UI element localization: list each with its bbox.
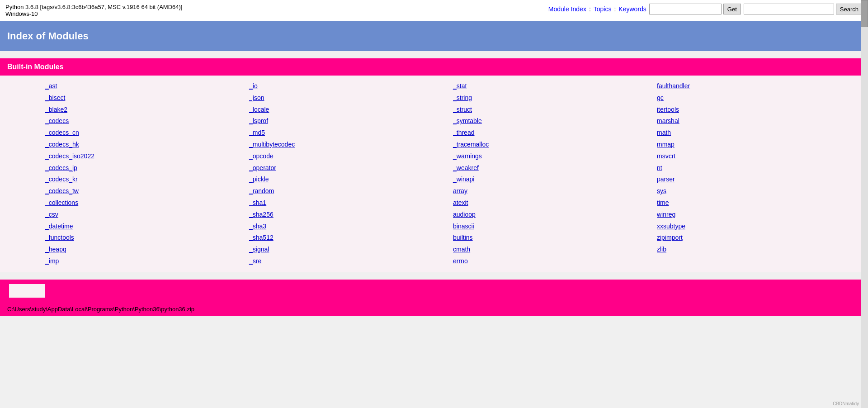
module-link[interactable]: _functools: [45, 232, 249, 243]
module-link[interactable]: audioop: [453, 209, 657, 220]
module-link[interactable]: mmap: [657, 139, 861, 150]
footer-path: C:\Users\study\AppData\Local\Programs\Py…: [0, 302, 868, 316]
module-link[interactable]: _ast: [45, 81, 249, 92]
module-link[interactable]: array: [453, 186, 657, 197]
scrollbar[interactable]: [861, 0, 868, 316]
version-line1: Python 3.6.8 [tags/v3.6.8:3c6b436a57, MS…: [5, 4, 182, 10]
version-line2: Windows-10: [5, 10, 182, 17]
index-header-section: Index of Modules: [0, 21, 868, 51]
module-link[interactable]: _pickle: [249, 174, 453, 185]
module-col-1: _ast_bisect_blake2_codecs_codecs_cn_code…: [45, 81, 249, 267]
module-link[interactable]: _warnings: [453, 151, 657, 162]
module-link[interactable]: _collections: [45, 198, 249, 209]
module-link[interactable]: _weakref: [453, 163, 657, 174]
module-link[interactable]: sys: [657, 186, 861, 197]
module-link[interactable]: _tracemalloc: [453, 139, 657, 150]
version-info: Python 3.6.8 [tags/v3.6.8:3c6b436a57, MS…: [5, 4, 182, 17]
module-link[interactable]: _json: [249, 93, 453, 104]
module-link[interactable]: _datetime: [45, 221, 249, 232]
module-link[interactable]: atexit: [453, 198, 657, 209]
module-link[interactable]: winreg: [657, 209, 861, 220]
module-link[interactable]: _codecs_tw: [45, 186, 249, 197]
module-link[interactable]: _codecs_cn: [45, 128, 249, 138]
scrollbar-thumb[interactable]: [861, 0, 868, 27]
sep1: :: [589, 5, 591, 13]
module-link[interactable]: faulthandler: [657, 81, 861, 92]
module-link[interactable]: _sha512: [249, 232, 453, 243]
module-link[interactable]: _codecs_iso2022: [45, 151, 249, 162]
module-link[interactable]: _random: [249, 186, 453, 197]
nav-right: Module Index : Topics : Keywords Get Sea…: [548, 4, 863, 14]
bottom-section: [0, 280, 868, 302]
path-text: C:\Users\study\AppData\Local\Programs\Py…: [7, 306, 194, 313]
module-link[interactable]: math: [657, 128, 861, 138]
search-button[interactable]: Search: [836, 4, 863, 14]
builtin-modules-section: Built-in Modules _ast_bisect_blake2_code…: [0, 58, 868, 272]
module-link[interactable]: _csv: [45, 209, 249, 220]
keywords-link[interactable]: Keywords: [618, 5, 646, 13]
module-index-link[interactable]: Module Index: [548, 5, 586, 13]
module-link[interactable]: _struct: [453, 104, 657, 115]
module-col-4: faulthandlergcitertoolsmarshalmathmmapms…: [657, 81, 861, 267]
sep2: :: [614, 5, 616, 13]
topics-link[interactable]: Topics: [594, 5, 612, 13]
module-link[interactable]: _io: [249, 81, 453, 92]
module-link[interactable]: marshal: [657, 116, 861, 127]
module-link[interactable]: _codecs_kr: [45, 174, 249, 185]
module-link[interactable]: zipimport: [657, 232, 861, 243]
module-link[interactable]: binascii: [453, 221, 657, 232]
keyword-search-box: Search: [744, 4, 863, 14]
module-link[interactable]: _codecs_hk: [45, 139, 249, 150]
module-link[interactable]: _blake2: [45, 104, 249, 115]
module-link[interactable]: msvcrt: [657, 151, 861, 162]
module-link[interactable]: xxsubtype: [657, 221, 861, 232]
module-link[interactable]: _codecs_jp: [45, 163, 249, 174]
builtin-section-content: _ast_bisect_blake2_codecs_codecs_cn_code…: [0, 76, 868, 272]
module-link[interactable]: errno: [453, 256, 657, 267]
module-link[interactable]: _sha1: [249, 198, 453, 209]
module-link[interactable]: _string: [453, 93, 657, 104]
get-button[interactable]: Get: [723, 4, 741, 14]
page-title: Index of Modules: [7, 30, 861, 42]
module-link[interactable]: gc: [657, 93, 861, 104]
module-link[interactable]: _bisect: [45, 93, 249, 104]
module-link[interactable]: _thread: [453, 128, 657, 138]
builtin-section-header: Built-in Modules: [0, 58, 868, 76]
top-bar: Python 3.6.8 [tags/v3.6.8:3c6b436a57, MS…: [0, 0, 868, 21]
module-link[interactable]: builtins: [453, 232, 657, 243]
module-link[interactable]: parser: [657, 174, 861, 185]
module-link[interactable]: _locale: [249, 104, 453, 115]
module-link[interactable]: _stat: [453, 81, 657, 92]
module-link[interactable]: _sre: [249, 256, 453, 267]
module-link[interactable]: _md5: [249, 128, 453, 138]
module-link[interactable]: nt: [657, 163, 861, 174]
module-link[interactable]: cmath: [453, 244, 657, 255]
module-link[interactable]: _operator: [249, 163, 453, 174]
module-link[interactable]: itertools: [657, 104, 861, 115]
module-link[interactable]: _sha3: [249, 221, 453, 232]
builtin-title: Built-in Modules: [7, 63, 861, 71]
module-link[interactable]: _symtable: [453, 116, 657, 127]
module-link[interactable]: _multibytecodec: [249, 139, 453, 150]
module-link[interactable]: _opcode: [249, 151, 453, 162]
module-link[interactable]: time: [657, 198, 861, 209]
module-link[interactable]: _heapq: [45, 244, 249, 255]
go-input[interactable]: [649, 4, 722, 14]
module-col-2: _io_json_locale_lsprof_md5_multibytecode…: [249, 81, 453, 267]
module-link[interactable]: _sha256: [249, 209, 453, 220]
bottom-section-inner: [9, 284, 45, 298]
search-input[interactable]: [744, 4, 834, 14]
module-link[interactable]: _imp: [45, 256, 249, 267]
module-link[interactable]: _codecs: [45, 116, 249, 127]
go-search-box: Get: [649, 4, 741, 14]
module-link[interactable]: _lsprof: [249, 116, 453, 127]
module-link[interactable]: zlib: [657, 244, 861, 255]
module-link[interactable]: _winapi: [453, 174, 657, 185]
module-link[interactable]: _signal: [249, 244, 453, 255]
module-col-3: _stat_string_struct_symtable_thread_trac…: [453, 81, 657, 267]
